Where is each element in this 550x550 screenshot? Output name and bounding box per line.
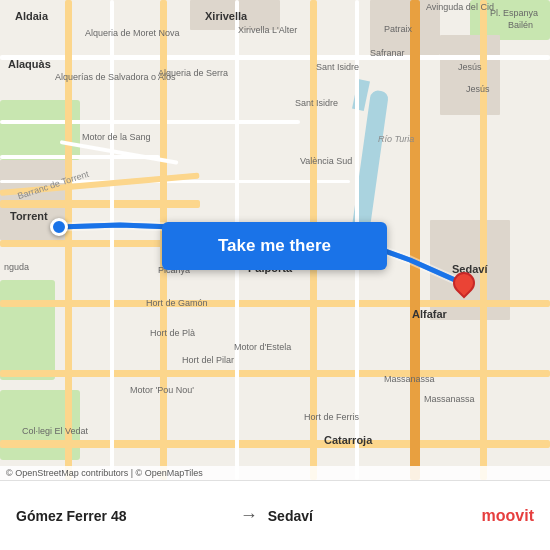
road [480, 0, 487, 480]
map-attribution: © OpenStreetMap contributors | © OpenMap… [0, 466, 550, 480]
road [110, 0, 114, 480]
map-container: Take me there Aldaia Alaquàs Torrent Xir… [0, 0, 550, 480]
moovit-text: moovit [482, 507, 534, 525]
end-marker [453, 272, 475, 300]
road [0, 300, 550, 307]
take-me-there-button[interactable]: Take me there [162, 222, 387, 270]
road [0, 200, 200, 208]
highway [410, 0, 420, 480]
road [0, 370, 550, 377]
road [0, 440, 550, 448]
bottom-bar: Gómez Ferrer 48 → Sedaví moovit [0, 480, 550, 550]
destination-label: Sedaví [268, 508, 482, 524]
urban-block [370, 0, 440, 55]
road [0, 120, 300, 124]
urban-block [440, 35, 500, 115]
moovit-logo: moovit [482, 507, 534, 525]
road [0, 55, 550, 60]
green-area [0, 280, 55, 380]
start-marker [50, 218, 68, 236]
road [65, 0, 72, 480]
origin-label: Gómez Ferrer 48 [16, 508, 230, 524]
arrow-icon: → [240, 505, 258, 526]
end-marker-pin [448, 267, 479, 298]
